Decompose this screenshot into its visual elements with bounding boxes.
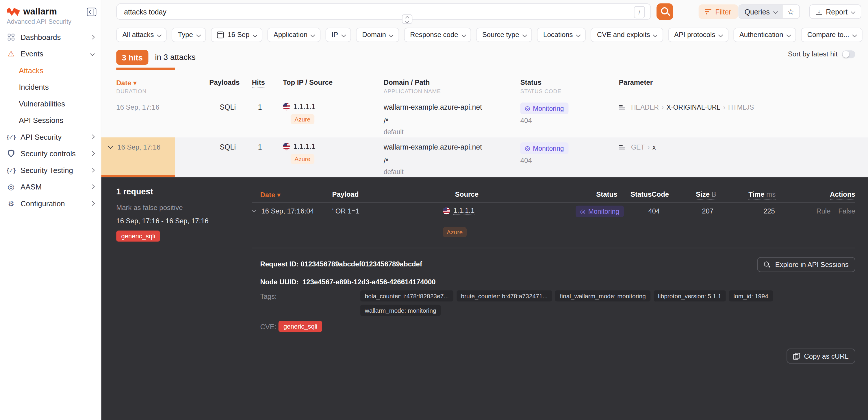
- chevron-down-icon: [851, 9, 855, 14]
- target-icon: ◎: [7, 182, 16, 191]
- chip-compare-to[interactable]: Compare to...: [801, 28, 862, 42]
- source-ip-link[interactable]: 1.1.1.1: [443, 207, 475, 215]
- filter-button[interactable]: Filter: [699, 4, 738, 19]
- queries-dropdown[interactable]: Queries: [739, 5, 782, 18]
- app-subtitle: Advanced API Security: [7, 18, 71, 25]
- search-input[interactable]: [116, 3, 651, 20]
- download-icon: ↓: [816, 9, 822, 15]
- chip-authentication[interactable]: Authentication: [733, 28, 796, 42]
- sidebar: wallarm Advanced API Security Dashboards…: [0, 0, 101, 420]
- tag-chip: final_wallarm_mode: monitoring: [555, 290, 650, 301]
- braces-check-icon: {✓}: [7, 134, 16, 140]
- sidebar-item-vulnerabilities[interactable]: Vulnerabilities: [0, 95, 101, 112]
- source-tag-azure[interactable]: Azure: [291, 114, 314, 124]
- tag-chip: brute_counter: b:478:a732471...: [457, 290, 552, 301]
- chip-locations[interactable]: Locations: [537, 28, 586, 42]
- chip-type[interactable]: Type: [172, 28, 206, 42]
- status-badge: ◎Monitoring: [520, 142, 568, 154]
- tags-row: bola_counter: i:478:f82823e7... brute_co…: [360, 290, 773, 301]
- false-action[interactable]: False: [838, 207, 855, 215]
- chip-api-protocols[interactable]: API protocols: [668, 28, 728, 42]
- source-ip[interactable]: 1.1.1.1: [283, 142, 315, 151]
- detail-column-size[interactable]: Size B: [696, 191, 716, 198]
- search-expand-icon[interactable]: [402, 15, 412, 24]
- sidebar-item-api-sessions[interactable]: API Sessions: [0, 112, 101, 129]
- sidebar-item-configuration[interactable]: ⚙ Configuration: [0, 195, 101, 212]
- sidebar-item-dashboards[interactable]: Dashboards: [0, 29, 101, 46]
- copy-as-curl-button[interactable]: Copy as cURL: [787, 348, 855, 364]
- sidebar-item-aasm[interactable]: ◎ AASM: [0, 178, 101, 195]
- mark-false-positive-link[interactable]: Mark as false positive: [116, 204, 183, 212]
- sidebar-item-security-controls[interactable]: Security controls: [0, 145, 101, 162]
- chip-ip[interactable]: IP: [326, 28, 351, 42]
- favorite-star-button[interactable]: ☆: [782, 5, 799, 18]
- tag-chip: libproton_version: 5.1.1: [654, 290, 726, 301]
- chip-all-attacks[interactable]: All attacks: [116, 28, 167, 42]
- explore-api-sessions-button[interactable]: Explore in API Sessions: [757, 257, 855, 272]
- chip-response-code[interactable]: Response code: [404, 28, 471, 42]
- request-count: 1 request: [116, 187, 153, 196]
- column-status-code: STATUS CODE: [520, 88, 561, 94]
- explore-search-icon: [764, 261, 771, 268]
- column-duration: DURATION: [116, 88, 147, 94]
- sidebar-nav: Dashboards ⚠ Events Attacks Incidents Vu…: [0, 29, 101, 212]
- attack-row-expanded[interactable]: [101, 137, 175, 175]
- chevron-down-icon: [773, 9, 778, 14]
- sidebar-item-attacks[interactable]: Attacks: [0, 62, 101, 79]
- detail-column-statuscode: StatusCode: [630, 191, 669, 198]
- rule-action[interactable]: Rule: [816, 207, 831, 215]
- chip-domain[interactable]: Domain: [356, 28, 399, 42]
- app-window: wallarm Advanced API Security Dashboards…: [0, 0, 868, 420]
- parameter-breadcrumb: HEADER› X-ORIGINAL-URL› HTMLJS: [619, 104, 754, 111]
- sidebar-item-events[interactable]: ⚠ Events: [0, 46, 101, 62]
- detail-column-payload: Payload: [332, 191, 359, 198]
- chevron-right-icon: [90, 184, 95, 189]
- column-date[interactable]: Date ▾: [116, 79, 137, 87]
- sort-toggle[interactable]: [842, 50, 855, 58]
- search-button[interactable]: [656, 3, 673, 20]
- tags-row: wallarm_mode: monitoring: [360, 305, 441, 316]
- us-flag-icon: [283, 103, 290, 110]
- sidebar-item-incidents[interactable]: Incidents: [0, 79, 101, 95]
- us-flag-icon: [443, 207, 450, 215]
- source-tag-azure[interactable]: Azure: [291, 154, 314, 164]
- node-uuid: Node UUID: 123e4567-e89b-12d3-a456-42661…: [260, 278, 435, 286]
- chip-source-type[interactable]: Source type: [476, 28, 532, 42]
- attack-date-range: 16 Sep, 17:16 - 16 Sep, 17:16: [116, 217, 209, 225]
- search-icon: [661, 7, 668, 15]
- hits-count-badge[interactable]: 3 hits: [116, 50, 148, 65]
- sort-control: Sort by latest hit: [788, 50, 855, 58]
- shield-icon: [7, 149, 16, 157]
- chevron-right-icon: [90, 168, 95, 172]
- logo-text: wallarm: [23, 7, 57, 17]
- detail-column-actions[interactable]: Actions: [830, 191, 855, 198]
- sidebar-item-security-testing[interactable]: {✓} Security Testing: [0, 162, 101, 178]
- cve-tag[interactable]: generic_sqli: [279, 321, 322, 332]
- wallarm-logo-icon: [7, 7, 20, 16]
- detail-column-status: Status: [596, 191, 617, 198]
- column-hits[interactable]: Hits: [252, 79, 265, 86]
- source-ip[interactable]: 1.1.1.1: [283, 103, 315, 111]
- chevron-right-icon: [90, 151, 95, 156]
- header-list-icon: [619, 145, 625, 149]
- status-badge: ◎Monitoring: [520, 103, 568, 114]
- parameter-breadcrumb: GET› x: [619, 143, 656, 151]
- collapse-sidebar-icon[interactable]: [87, 7, 96, 16]
- report-button[interactable]: ↓ Report: [809, 4, 861, 19]
- chip-cve-exploits[interactable]: CVE and exploits: [591, 28, 663, 42]
- row-actions: Rule False: [816, 207, 855, 215]
- warning-triangle-icon: ⚠: [7, 50, 16, 58]
- attack-detail-panel: 1 request Mark as false positive 16 Sep,…: [101, 177, 868, 420]
- chip-application[interactable]: Application: [268, 28, 320, 42]
- detail-column-date[interactable]: Date ▾: [260, 191, 281, 199]
- status-badge: ◎Monitoring: [576, 206, 624, 217]
- selected-row-background: [101, 137, 868, 177]
- tags-label: Tags:: [260, 293, 277, 301]
- detail-column-time[interactable]: Time ms: [748, 191, 776, 198]
- column-top-ip: Top IP / Source: [283, 79, 333, 86]
- sidebar-item-api-security[interactable]: {✓} API Security: [0, 129, 101, 145]
- chip-date[interactable]: 16 Sep: [211, 28, 262, 42]
- attack-type-tag[interactable]: generic_sqli: [116, 230, 160, 242]
- column-status: Status: [520, 79, 541, 86]
- selected-row-indicator: [101, 175, 175, 177]
